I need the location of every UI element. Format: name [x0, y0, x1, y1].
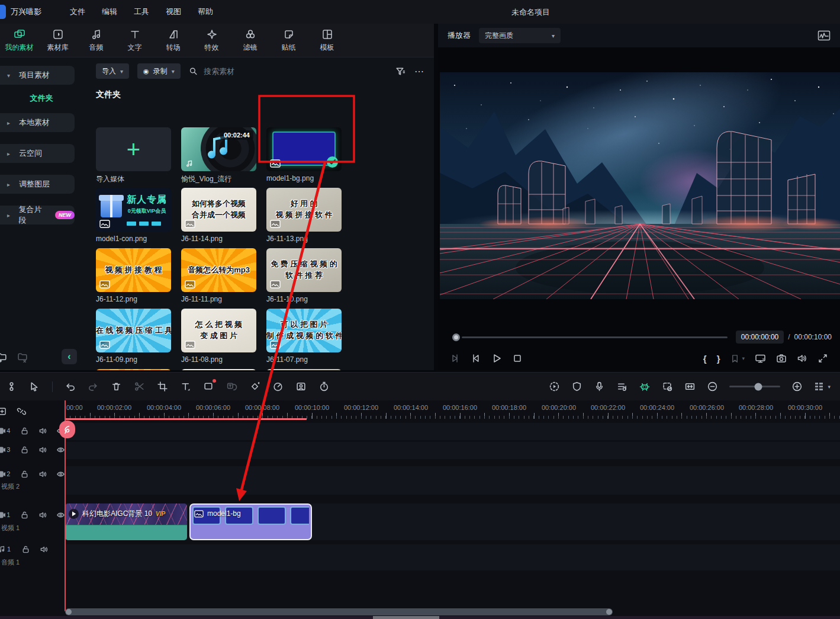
preview-quality-button[interactable]	[662, 381, 673, 392]
lock-icon[interactable]	[20, 511, 29, 519]
ai-assistant-robot-button[interactable]	[639, 381, 651, 392]
mark-out-button[interactable]: }	[717, 354, 720, 364]
zoom-out-button[interactable]	[707, 381, 718, 392]
tile-audio-clip[interactable]: 00:02:44 愉悦_Vlog_流行	[181, 127, 256, 183]
tab-stock-media[interactable]: 素材库	[38, 24, 77, 57]
menu-edit[interactable]: 编辑	[94, 7, 125, 17]
visibility-eye-icon[interactable]	[56, 470, 65, 479]
visibility-eye-icon[interactable]	[56, 445, 65, 454]
add-folder-icon[interactable]	[0, 351, 8, 363]
unlink-icon[interactable]	[17, 406, 27, 416]
sidebar-item-adjustment-layer[interactable]: ▸ 调整图层	[0, 175, 75, 194]
sidebar-item-project-media[interactable]: ▾ 项目素材	[0, 66, 75, 85]
import-button[interactable]: 导入 ▾	[96, 63, 129, 79]
keyframe-button[interactable]	[249, 381, 260, 392]
tile-j6-11-13[interactable]: 好 用 的视 频 拼 接 软 件 J6-11-13.png	[266, 188, 342, 243]
clip-model1-bg-selected[interactable]: model1-bg	[189, 503, 312, 540]
lock-icon[interactable]	[20, 426, 29, 435]
menu-view[interactable]: 视图	[157, 7, 189, 17]
track-lane-3[interactable]	[65, 442, 840, 459]
tile-j6-11-08[interactable]: 怎 么 把 视 频变 成 图 片 J6-11-08.png	[181, 309, 256, 364]
tab-stickers[interactable]: 贴纸	[269, 24, 308, 57]
tile-j6-11-11[interactable]: 音频怎么转为mp3 J6-11-11.png	[181, 248, 256, 304]
sidebar-item-local-media[interactable]: ▸ 本地素材	[0, 113, 75, 132]
track-lane-2[interactable]	[65, 466, 840, 495]
tile-j6-11-09[interactable]: 在 线 视 频 压 缩 工 具 J6-11-09.png	[96, 309, 171, 364]
speed-button[interactable]	[272, 381, 284, 392]
volume-button[interactable]	[797, 353, 807, 364]
play-button[interactable]	[491, 353, 502, 364]
undo-button[interactable]	[65, 381, 76, 392]
track-tool-icon[interactable]	[6, 381, 17, 392]
mark-in-button[interactable]: {	[703, 354, 707, 364]
tile-j6-11-10[interactable]: 免 费 压 缩 视 频 的软 件 推 荐 J6-11-10.png	[266, 248, 342, 304]
zoom-slider-handle[interactable]	[754, 383, 762, 390]
text-tool-button[interactable]	[180, 381, 191, 392]
select-tool-icon[interactable]	[29, 381, 40, 392]
stop-button[interactable]	[512, 353, 523, 364]
tile-j6-11-14[interactable]: 如何将多个视频合并成一个视频 J6-11-14.png	[181, 188, 256, 243]
player-scrubber[interactable]: 00:00:00:00 / 00:00:10:00	[438, 329, 840, 345]
tile-j6-11-12[interactable]: 视 频 拼 接 教 程 J6-11-12.png	[96, 248, 171, 304]
scrubber-track[interactable]	[462, 336, 728, 338]
playhead-grip[interactable]	[59, 421, 75, 438]
tab-audio[interactable]: 音频	[77, 24, 115, 57]
lock-icon[interactable]	[21, 545, 30, 554]
delete-button[interactable]	[111, 381, 122, 392]
audio-mixer-button[interactable]	[616, 381, 627, 392]
quality-dropdown[interactable]: 完整画质 ▾	[479, 28, 561, 43]
snapshot-button[interactable]	[776, 353, 787, 364]
lock-icon[interactable]	[20, 445, 29, 454]
tile-import-media[interactable]: + 导入媒体	[96, 127, 171, 183]
marker-button[interactable]: ▾	[730, 354, 745, 364]
previous-frame-button[interactable]	[450, 353, 461, 364]
mute-icon[interactable]	[38, 511, 47, 519]
tile-partial-2[interactable]: 4款免费的	[181, 369, 256, 370]
mute-icon[interactable]	[38, 426, 47, 435]
crop-button[interactable]	[157, 381, 168, 392]
sidebar-item-compound-clip[interactable]: ▸ 复合片段 NEW	[0, 206, 75, 224]
tile-j6-11-07[interactable]: 可 以 把 图 片制 作 成 视 频 的 软 件 J6-11-07.png	[266, 309, 342, 364]
next-frame-button[interactable]	[471, 353, 481, 364]
audio-lane-1[interactable]	[65, 544, 840, 570]
search-input[interactable]	[202, 66, 387, 76]
mute-icon[interactable]	[40, 545, 49, 554]
sidebar-item-folder-selected[interactable]: 文件夹	[0, 89, 83, 107]
tab-my-media[interactable]: 我的素材	[0, 24, 38, 57]
scrubber-handle[interactable]	[452, 333, 460, 341]
lock-icon[interactable]	[20, 470, 29, 479]
menu-help[interactable]: 帮助	[189, 7, 221, 17]
sidebar-item-cloud[interactable]: ▸ 云空间	[0, 144, 75, 163]
tile-partial-1[interactable]	[96, 369, 171, 370]
timeline-horizontal-scrollbar[interactable]	[65, 608, 613, 615]
tab-text[interactable]: 文字	[115, 24, 154, 57]
ai-portrait-button[interactable]	[295, 381, 307, 392]
zoom-in-button[interactable]	[791, 381, 803, 392]
shield-button[interactable]	[571, 381, 582, 392]
tab-transition[interactable]: 转场	[154, 24, 192, 57]
redo-button[interactable]	[88, 381, 99, 392]
voiceover-mic-button[interactable]	[594, 381, 605, 392]
timeline-zoom-slider[interactable]	[729, 386, 780, 387]
tile-partial-3[interactable]: 10款免费的	[266, 369, 342, 370]
mute-icon[interactable]	[38, 445, 47, 454]
track-lane-4[interactable]	[65, 423, 840, 440]
mute-icon[interactable]	[38, 470, 47, 479]
filter-funnel-icon[interactable]	[395, 66, 406, 77]
clip-scifi-background[interactable]: 科幻电影AIGC背景 10 VIP	[65, 503, 187, 540]
split-scissors-button[interactable]	[134, 381, 145, 392]
mask-tool-button[interactable]	[203, 381, 214, 392]
menu-file[interactable]: 文件	[62, 7, 94, 17]
visibility-eye-icon[interactable]	[56, 511, 65, 519]
add-track-icon[interactable]	[0, 406, 7, 416]
tab-templates[interactable]: 模板	[308, 24, 346, 57]
tab-effects[interactable]: 特效	[192, 24, 231, 57]
menu-tools[interactable]: 工具	[125, 7, 157, 17]
track-manager-button[interactable]: ▾	[814, 381, 831, 392]
record-button[interactable]: ◉ 录制 ▾	[137, 63, 181, 79]
render-preview-button[interactable]	[549, 381, 560, 392]
display-mode-button[interactable]	[755, 353, 766, 364]
collapse-panel-button[interactable]: ‹	[62, 349, 77, 364]
search-box[interactable]	[189, 66, 387, 76]
fit-timeline-button[interactable]	[684, 381, 696, 392]
